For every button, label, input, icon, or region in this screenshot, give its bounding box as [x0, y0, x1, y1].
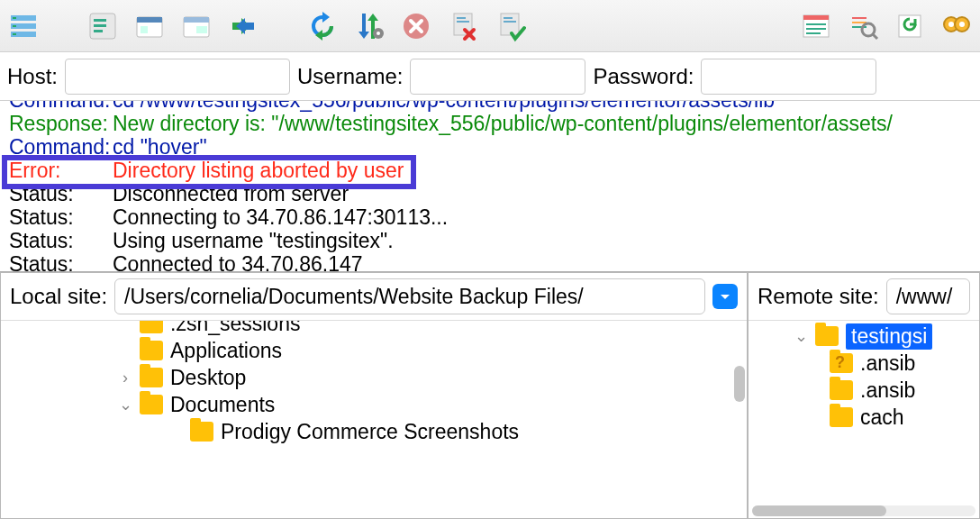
newtab-button[interactable] — [132, 8, 168, 44]
svg-rect-11 — [137, 17, 162, 23]
folder-icon — [830, 380, 853, 400]
svg-rect-27 — [806, 23, 826, 25]
scrollbar-vertical[interactable] — [734, 366, 745, 402]
tree-item[interactable]: ⌄testingsi — [749, 323, 979, 350]
folder-icon — [140, 341, 163, 360]
svg-rect-31 — [852, 22, 867, 23]
svg-rect-22 — [501, 14, 519, 35]
site-manager-button[interactable] — [5, 8, 41, 44]
folder-icon — [815, 326, 839, 346]
local-tree[interactable]: ›.zsh_sessions ›Applications ›Desktop ⌄D… — [1, 321, 747, 518]
remote-panel: Remote site: /www/ ⌄testingsi .ansib .an… — [748, 272, 980, 519]
filter-search-button[interactable] — [845, 8, 881, 44]
svg-point-33 — [862, 23, 875, 36]
site-panels: Local site: /Users/cornelia/Documents/We… — [0, 272, 980, 519]
svg-rect-28 — [806, 28, 826, 30]
svg-rect-21 — [457, 21, 469, 23]
tree-item[interactable]: ›.zsh_sessions — [1, 321, 747, 337]
svg-rect-30 — [852, 17, 867, 19]
log-row: Status:Connected to 34.70.86.147 — [9, 252, 971, 272]
toggle-tree-button[interactable] — [178, 8, 214, 44]
log-pane[interactable]: Command:cd /www/testingsitex_556/public/… — [0, 101, 980, 272]
svg-rect-3 — [13, 17, 16, 19]
svg-rect-15 — [196, 26, 207, 33]
log-row: Command:cd /www/testingsitex_556/public/… — [9, 101, 971, 112]
log-row: Status:Disconnected from server — [9, 182, 971, 205]
svg-rect-7 — [94, 19, 106, 22]
local-path-input[interactable]: /Users/cornelia/Documents/Website Backup… — [114, 278, 705, 314]
password-input[interactable] — [701, 59, 876, 95]
svg-point-39 — [959, 22, 965, 27]
connection-bar: Host: Username: Password: — [0, 52, 980, 101]
tree-item[interactable]: .ansib — [749, 350, 979, 377]
delete-local-button[interactable] — [445, 8, 481, 44]
reconnect-button[interactable] — [892, 8, 928, 44]
svg-rect-8 — [94, 24, 106, 27]
svg-line-34 — [873, 34, 877, 39]
folder-icon — [140, 321, 163, 333]
tree-item[interactable]: ›Desktop — [1, 364, 747, 391]
find-button[interactable] — [939, 8, 975, 44]
tree-item[interactable]: ⌄Documents — [1, 391, 747, 418]
svg-rect-23 — [504, 17, 513, 19]
remote-tree[interactable]: ⌄testingsi .ansib .ansib cach — [749, 321, 979, 518]
svg-point-17 — [377, 32, 380, 35]
username-label: Username: — [297, 64, 403, 89]
local-path-dropdown[interactable] — [712, 284, 738, 309]
tree-item[interactable]: ›Applications — [1, 337, 747, 364]
collapse-icon[interactable]: ⌄ — [118, 395, 132, 414]
cancel-button[interactable] — [398, 8, 434, 44]
folder-icon — [140, 368, 163, 387]
local-panel: Local site: /Users/cornelia/Documents/We… — [0, 272, 748, 519]
toolbar — [0, 0, 980, 52]
svg-rect-14 — [184, 17, 209, 23]
host-label: Host: — [7, 64, 58, 89]
svg-rect-20 — [457, 17, 466, 19]
local-site-label: Local site: — [10, 284, 107, 309]
queue-view-button[interactable] — [798, 8, 834, 44]
host-input[interactable] — [65, 59, 290, 95]
svg-rect-12 — [141, 26, 148, 33]
quickconnect-button[interactable] — [85, 8, 121, 44]
tree-item[interactable]: .ansib — [749, 377, 979, 404]
username-input[interactable] — [410, 59, 585, 95]
toolbar-group-1 — [5, 8, 41, 44]
tree-item[interactable]: cach — [749, 404, 979, 431]
svg-rect-24 — [504, 21, 516, 23]
expand-icon[interactable]: › — [118, 369, 132, 387]
svg-rect-5 — [13, 33, 16, 35]
remote-site-header: Remote site: /www/ — [749, 273, 979, 321]
svg-rect-4 — [13, 25, 16, 27]
log-row: Status:Using username "testingsitex". — [9, 229, 971, 252]
folder-icon — [140, 395, 163, 414]
folder-icon — [830, 407, 853, 427]
remote-path-input[interactable]: /www/ — [886, 278, 970, 314]
collapse-icon[interactable]: ⌄ — [794, 326, 808, 346]
log-row: Response:New directory is: "/www/testing… — [9, 112, 971, 135]
remote-site-label: Remote site: — [758, 284, 879, 309]
scrollbar-thumb[interactable] — [752, 505, 886, 516]
log-row-error: Error:Directory listing aborted by user — [9, 159, 971, 182]
local-site-header: Local site: /Users/cornelia/Documents/We… — [1, 273, 747, 321]
process-queue-button[interactable] — [351, 8, 387, 44]
password-label: Password: — [593, 64, 694, 89]
folder-icon — [190, 422, 213, 442]
apply-local-button[interactable] — [492, 8, 528, 44]
sync-browse-button[interactable] — [225, 8, 261, 44]
toolbar-group-2 — [85, 8, 261, 44]
log-row: Status:Connecting to 34.70.86.147:30113.… — [9, 205, 971, 229]
svg-rect-26 — [803, 15, 829, 20]
tree-item[interactable]: Prodigy Commerce Screenshots — [1, 418, 747, 445]
toolbar-group-3 — [304, 8, 528, 44]
svg-rect-9 — [94, 30, 103, 32]
folder-unknown-icon — [830, 353, 853, 373]
toolbar-group-4 — [798, 8, 975, 44]
svg-rect-29 — [806, 32, 821, 34]
log-row: Command:cd "hover" — [9, 135, 971, 159]
svg-point-38 — [948, 22, 954, 27]
refresh-button[interactable] — [304, 8, 340, 44]
scrollbar-horizontal[interactable] — [752, 505, 975, 516]
